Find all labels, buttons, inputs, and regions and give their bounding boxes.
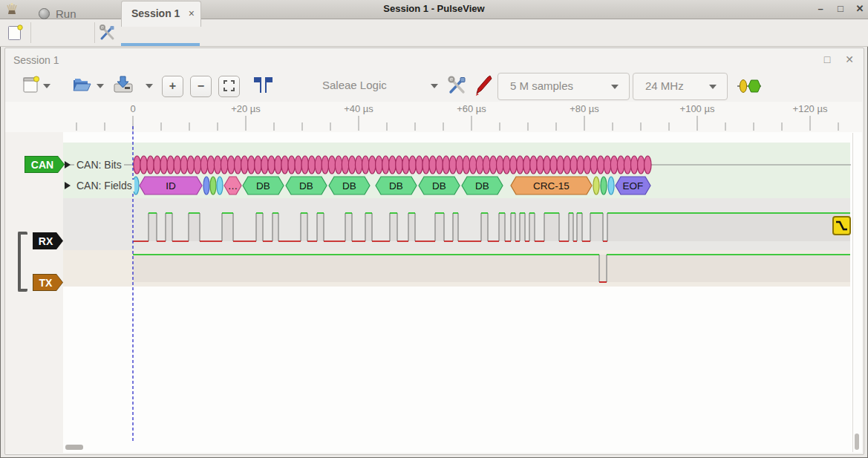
can-fields-row-label: CAN: Fields xyxy=(74,180,134,192)
expand-arrow-icon[interactable] xyxy=(65,182,71,189)
expand-arrow-icon[interactable] xyxy=(65,161,71,169)
device-select-arrow-icon xyxy=(431,84,438,88)
open-file-dropdown-icon[interactable] xyxy=(97,84,104,88)
horizontal-scrollbar-handle[interactable] xyxy=(65,445,83,450)
maximize-button[interactable]: □ xyxy=(832,2,849,16)
vertical-scrollbar-handle[interactable] xyxy=(855,434,859,450)
settings-tools-icon[interactable] xyxy=(99,24,117,45)
close-button[interactable]: ✕ xyxy=(852,2,868,16)
sample-rate-arrow-icon xyxy=(709,85,717,89)
add-decoder-icon[interactable] xyxy=(737,77,762,98)
device-select-value: Saleae Logic xyxy=(322,79,387,91)
save-file-dropdown-icon[interactable] xyxy=(146,84,153,88)
sample-count-select[interactable]: 5 M samples xyxy=(497,73,630,100)
can-bits-row-label: CAN: Bits xyxy=(74,159,124,171)
zoom-in-button[interactable]: + xyxy=(162,76,183,97)
run-led-icon xyxy=(39,8,50,19)
trigger-marker-falling-edge-icon[interactable] xyxy=(832,216,851,235)
device-select[interactable]: Saleae Logic xyxy=(312,73,446,99)
ruler-label: +80 µs xyxy=(570,103,599,114)
ruler-label: +120 µs xyxy=(793,103,828,114)
new-session-icon[interactable] xyxy=(7,24,24,45)
ruler-label: +20 µs xyxy=(231,103,261,114)
trace-label-gutter xyxy=(5,132,63,453)
sample-rate-select[interactable]: 24 MHz xyxy=(633,73,728,100)
zoom-out-button[interactable]: − xyxy=(190,76,212,97)
run-button[interactable]: Run xyxy=(39,1,76,25)
tab-close-icon[interactable]: × xyxy=(189,7,195,19)
session-title: Session 1 xyxy=(13,54,59,66)
new-file-dropdown-icon[interactable] xyxy=(43,84,50,88)
channel-config-icon[interactable] xyxy=(447,75,468,99)
channel-group-bracket xyxy=(18,232,27,292)
trigger-probe-icon[interactable] xyxy=(474,74,493,99)
minimize-button[interactable]: – xyxy=(812,2,829,16)
tx-channel-row xyxy=(63,250,850,287)
run-label: Run xyxy=(56,7,76,20)
ruler-label: +40 µs xyxy=(344,103,373,114)
toolbar-separator xyxy=(94,22,95,43)
new-file-icon[interactable] xyxy=(22,75,40,97)
tab-session-1[interactable]: Session 1 × xyxy=(121,1,201,27)
zoom-fit-button[interactable] xyxy=(218,76,240,97)
sample-count-value: 5 M samples xyxy=(510,79,573,92)
can-decoder-row xyxy=(63,143,850,198)
ruler-label: +100 µs xyxy=(680,103,715,114)
save-file-icon[interactable] xyxy=(113,74,134,97)
session-restore-button[interactable]: □ xyxy=(819,53,835,66)
zoom-to-flags-icon[interactable] xyxy=(252,76,273,98)
tab-label: Session 1 xyxy=(131,7,180,19)
active-tab-indicator xyxy=(121,43,200,46)
open-file-icon[interactable] xyxy=(71,75,92,96)
sample-count-arrow-icon xyxy=(611,85,619,89)
vertical-scrollbar-track xyxy=(852,133,853,452)
toolbar-separator xyxy=(30,22,31,43)
session-close-button[interactable]: ✕ xyxy=(841,53,858,66)
ruler-label: 0 xyxy=(130,103,135,114)
sample-rate-value: 24 MHz xyxy=(645,79,684,92)
rx-channel-row xyxy=(63,198,850,250)
ruler-label: +60 µs xyxy=(457,103,486,114)
can-trace-tag[interactable]: CAN xyxy=(25,156,65,173)
pulseview-window: Session 1 - PulseView – □ ✕ Run Session … xyxy=(0,0,868,458)
